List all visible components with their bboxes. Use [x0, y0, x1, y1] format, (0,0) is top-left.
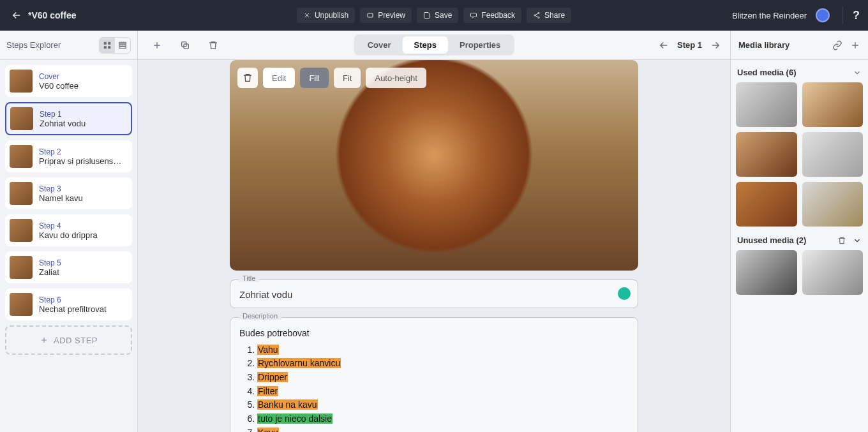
view-toggle [99, 37, 131, 54]
arrow-left-icon [658, 40, 670, 51]
editor-canvas: Edit Fill Fit Auto-height Title Zohriat … [138, 60, 730, 432]
preview-label: Preview [378, 11, 405, 20]
unused-media-delete[interactable] [837, 236, 846, 245]
image-delete-button[interactable] [237, 68, 258, 88]
media-add-button[interactable] [850, 40, 860, 50]
add-step-label: ADD STEP [54, 336, 98, 345]
preview-button[interactable]: Preview [360, 8, 412, 23]
copy-icon [180, 40, 190, 50]
step-thumbnail [10, 293, 33, 316]
step-thumbnail [10, 219, 33, 242]
trash-icon [837, 236, 846, 245]
chevron-down-icon [853, 68, 862, 77]
used-media-label: Used media (6) [737, 68, 796, 77]
plus-icon [152, 40, 162, 50]
svg-point-2 [538, 13, 539, 14]
list-view-button[interactable] [115, 38, 130, 53]
media-thumbnail[interactable] [736, 250, 797, 295]
description-item: Kavu [257, 426, 629, 432]
description-input[interactable]: Budes potrebovat VahuRychlovarnu kanvicu… [230, 317, 638, 432]
document-title: *V60 coffee [28, 10, 76, 20]
image-edit-button[interactable]: Edit [263, 68, 295, 88]
unused-media-label: Unused media (2) [737, 235, 806, 245]
add-step-button[interactable]: ADD STEP [5, 325, 132, 355]
step-label: Step 2 [39, 147, 122, 156]
image-fill-button[interactable]: Fill [300, 68, 329, 88]
step-card[interactable]: Step 2Priprav si prislusenstvo a... [5, 140, 132, 172]
step-thumbnail [10, 107, 33, 130]
avatar[interactable] [816, 8, 830, 22]
delete-button[interactable] [207, 39, 220, 52]
tab-properties[interactable]: Properties [448, 36, 512, 54]
add-button[interactable] [151, 39, 163, 52]
step-label: Step 3 [39, 184, 83, 193]
feedback-icon [470, 11, 477, 19]
used-media-toggle[interactable] [853, 68, 862, 77]
share-label: Share [544, 11, 565, 20]
unused-media-toggle[interactable] [853, 236, 862, 245]
sub-header: Steps Explorer Cover Steps Properties St… [0, 31, 868, 60]
media-thumbnail[interactable] [736, 182, 797, 227]
description-item: Vahu [257, 343, 629, 357]
grammarly-icon [618, 287, 631, 300]
svg-rect-10 [119, 44, 126, 45]
grid-view-button[interactable] [100, 38, 115, 53]
svg-rect-1 [471, 13, 477, 17]
trash-icon [243, 73, 253, 83]
svg-rect-0 [368, 13, 373, 17]
image-autoheight-button[interactable]: Auto-height [366, 68, 426, 88]
title-field-label: Title [239, 274, 259, 282]
step-subtitle: Priprav si prislusenstvo a... [39, 156, 122, 166]
step-card[interactable]: Step 1Zohriat vodu [5, 102, 132, 135]
step-label: Step 6 [39, 295, 107, 304]
step-card[interactable]: Step 6Nechat prefiltrovat [5, 288, 132, 320]
prev-step-button[interactable] [657, 38, 671, 52]
media-thumbnail[interactable] [802, 182, 864, 227]
title-input[interactable]: Zohriat vodu [230, 279, 638, 308]
link-icon [832, 40, 842, 50]
step-card[interactable]: Step 5Zaliat [5, 251, 132, 283]
media-thumbnail[interactable] [736, 132, 797, 177]
image-fit-button[interactable]: Fit [334, 68, 361, 88]
title-value: Zohriat vodu [239, 289, 629, 300]
description-item: Banku na kavu [257, 398, 629, 412]
tab-steps[interactable]: Steps [403, 36, 448, 54]
media-thumbnail[interactable] [802, 132, 864, 177]
media-thumbnail[interactable] [802, 250, 864, 295]
next-step-button[interactable] [708, 38, 722, 52]
chevron-down-icon [853, 236, 862, 245]
save-button[interactable]: Save [417, 8, 458, 23]
step-subtitle: Zohriat vodu [40, 119, 86, 128]
step-thumbnail [10, 70, 33, 93]
back-button[interactable] [8, 6, 26, 24]
unpublish-icon [303, 11, 311, 19]
duplicate-button[interactable] [179, 39, 191, 52]
step-card[interactable]: Step 4Kavu do drippra [5, 214, 132, 246]
share-button[interactable]: Share [527, 8, 571, 23]
step-label: Step 5 [39, 258, 61, 267]
step-label: Step 1 [40, 110, 86, 119]
preview-icon [366, 11, 374, 19]
plus-icon [850, 40, 860, 50]
list-icon [118, 41, 127, 50]
step-label: Step 4 [39, 221, 98, 230]
help-button[interactable]: ? [842, 6, 860, 24]
svg-point-4 [538, 17, 539, 19]
media-library-title: Media library [738, 40, 789, 50]
unpublish-button[interactable]: Unpublish [297, 8, 355, 23]
media-thumbnail[interactable] [802, 82, 864, 127]
media-thumbnail[interactable] [736, 82, 797, 127]
save-label: Save [435, 11, 452, 20]
top-bar: *V60 coffee Unpublish Preview Save Feedb… [0, 0, 868, 31]
step-card[interactable]: Step 3Namel kavu [5, 177, 132, 209]
description-list: VahuRychlovarnu kanvicuDripperFilterBank… [239, 343, 629, 432]
save-icon [423, 11, 431, 19]
tab-cover[interactable]: Cover [356, 36, 403, 54]
description-item: Filter [257, 385, 629, 399]
plus-icon [40, 336, 49, 345]
step-card[interactable]: CoverV60 coffee [5, 65, 132, 97]
media-link-button[interactable] [832, 40, 842, 50]
feedback-button[interactable]: Feedback [463, 8, 521, 23]
hero-image[interactable]: Edit Fill Fit Auto-height [230, 60, 638, 271]
trash-icon [208, 40, 218, 50]
